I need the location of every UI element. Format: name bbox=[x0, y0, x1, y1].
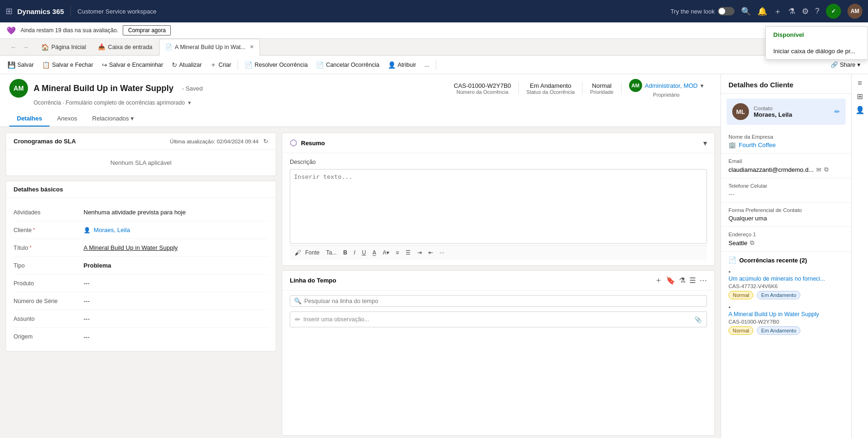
company-value[interactable]: 🏢 Fourth Coffee bbox=[728, 141, 844, 148]
occ-item-1: • Um acúmulo de minerais no forneci... C… bbox=[728, 268, 844, 299]
tab-details[interactable]: Detalhes bbox=[9, 111, 49, 127]
field-value-client[interactable]: 👤 Moraes, Leila bbox=[84, 226, 268, 233]
occ-badge-normal-1: Normal bbox=[728, 291, 753, 299]
resolve-case-button[interactable]: 📄 Resolver Ocorrência bbox=[241, 59, 311, 71]
paint-icon[interactable]: 🖌 bbox=[294, 249, 301, 256]
timeline-view-icon[interactable]: ☰ bbox=[689, 276, 696, 285]
tab-close-button[interactable]: ✕ bbox=[250, 44, 254, 50]
basic-details-title: Detalhes básicos bbox=[14, 186, 63, 193]
timeline-filter-icon[interactable]: ⚗ bbox=[679, 276, 686, 285]
record-header: AM A Mineral Build Up in Water Supply - … bbox=[0, 74, 721, 127]
outdent-button[interactable]: ⇤ bbox=[426, 248, 435, 257]
status-avatar[interactable]: ✓ bbox=[826, 4, 841, 19]
new-look-toggle[interactable] bbox=[718, 7, 735, 15]
save-route-button[interactable]: ↪ Salvar e Encaminhar bbox=[98, 59, 167, 71]
panel-grid-icon[interactable]: ⊞ bbox=[857, 92, 863, 101]
timeline-search-icon: 🔍 bbox=[294, 297, 301, 304]
address-section: Endereço 1 Seattle ⧉ bbox=[721, 227, 851, 252]
tab-attachments[interactable]: Anexos bbox=[49, 111, 84, 127]
list-button[interactable]: ≡ bbox=[393, 248, 401, 257]
dropdown-available[interactable]: Disponível bbox=[766, 27, 868, 43]
app-name: Dynamics 365 bbox=[17, 7, 64, 15]
cancel-case-button[interactable]: 📄 Cancelar Ocorrência bbox=[312, 59, 383, 71]
sla-refresh-icon[interactable]: ↻ bbox=[263, 138, 268, 145]
contact-avatar: ML bbox=[732, 103, 749, 120]
occurrences-section: 📄 Ocorrências recente (2) • Um acúmulo d… bbox=[721, 252, 851, 344]
update-button[interactable]: ↻ Atualizar bbox=[168, 59, 206, 71]
settings-icon[interactable]: ⚙ bbox=[802, 7, 809, 16]
tab-case[interactable]: 📄 A Mineral Build Up in Wat... ✕ bbox=[159, 39, 260, 56]
underline-button[interactable]: U bbox=[359, 248, 368, 257]
font-color-button[interactable]: A▾ bbox=[380, 248, 392, 257]
update-icon: ↻ bbox=[172, 61, 177, 69]
forward-arrow[interactable]: → bbox=[21, 42, 31, 52]
sla-no-applicable: Nenhum SLA aplicável bbox=[14, 155, 268, 170]
save-button[interactable]: 💾 Salvar bbox=[4, 59, 37, 71]
bold-button[interactable]: B bbox=[341, 248, 350, 257]
occ-link-1[interactable]: Um acúmulo de minerais no forneci... bbox=[728, 276, 844, 282]
italic-button[interactable]: I bbox=[351, 248, 357, 257]
company-icon: 🏢 bbox=[728, 141, 736, 148]
field-value-title: A Mineral Build Up in Water Supply bbox=[84, 244, 268, 251]
timeline-attach-icon[interactable]: 📎 bbox=[694, 316, 702, 323]
occ-link-2[interactable]: A Mineral Build Up in Water Supply bbox=[728, 311, 844, 318]
dropdown-start-dialog[interactable]: Iniciar caixa de diálogo de pr... bbox=[766, 43, 868, 59]
help-icon[interactable]: ? bbox=[815, 7, 819, 16]
font-dropdown[interactable]: Fonte bbox=[303, 248, 322, 257]
share-button[interactable]: 🔗 Share ▾ bbox=[827, 59, 864, 70]
description-textarea[interactable] bbox=[290, 169, 707, 244]
back-arrow[interactable]: ← bbox=[8, 42, 19, 52]
tab-home[interactable]: 🏠 Página Inicial bbox=[35, 39, 91, 56]
bell-icon[interactable]: 🔔 bbox=[757, 7, 767, 16]
indent-button[interactable]: ⇥ bbox=[415, 248, 424, 257]
contact-pref-value: Qualquer uma bbox=[728, 215, 844, 222]
buy-now-button[interactable]: Comprar agora bbox=[123, 25, 171, 35]
basic-details-body: Atividades Nenhuma atividade prevista pa… bbox=[6, 198, 276, 351]
timeline-obs-placeholder[interactable]: Inserir uma observação... bbox=[303, 316, 369, 323]
panel-person-icon[interactable]: 👤 bbox=[855, 106, 865, 114]
summary-chevron[interactable]: ▾ bbox=[703, 139, 707, 148]
timeline-actions: ＋ 🔖 ⚗ ☰ ⋯ bbox=[655, 276, 707, 285]
font-size-dropdown[interactable]: Ta... bbox=[324, 248, 339, 257]
create-button[interactable]: ＋ Criar bbox=[206, 59, 235, 71]
more-button[interactable]: ... bbox=[421, 60, 433, 70]
user-avatar[interactable]: AM bbox=[847, 4, 862, 19]
plus-icon[interactable]: ＋ bbox=[774, 6, 782, 17]
field-row-activities: Atividades Nenhuma atividade prevista pa… bbox=[14, 204, 268, 221]
filter-icon[interactable]: ⚗ bbox=[788, 7, 795, 16]
assign-button[interactable]: 👤 Atribuir bbox=[384, 59, 420, 71]
owner-value[interactable]: Administrator, MOD bbox=[645, 82, 698, 89]
highlight-button[interactable]: A̲ bbox=[370, 248, 378, 257]
meta-status: Em Andamento Status da Ocorrência bbox=[519, 82, 582, 95]
timeline-more-icon[interactable]: ⋯ bbox=[700, 276, 707, 285]
save-close-button[interactable]: 📋 Salvar e Fechar bbox=[38, 59, 97, 71]
resolve-icon: 📄 bbox=[245, 61, 252, 69]
timeline-bookmark-icon[interactable]: 🔖 bbox=[666, 276, 675, 285]
grid-icon[interactable]: ⊞ bbox=[6, 6, 13, 16]
address-copy-icon[interactable]: ⧉ bbox=[750, 239, 754, 247]
record-title: A Mineral Build Up in Water Supply bbox=[34, 84, 174, 93]
field-label-subject: Assunto bbox=[14, 316, 84, 322]
client-icon: 👤 bbox=[84, 227, 91, 233]
owner-chevron[interactable]: ▾ bbox=[700, 82, 704, 89]
record-body: Cronogramas do SLA Última atualização: 0… bbox=[0, 127, 721, 438]
sla-card: Cronogramas do SLA Última atualização: 0… bbox=[6, 133, 276, 176]
more-format-button[interactable]: ··· bbox=[437, 248, 447, 257]
timeline-add-icon[interactable]: ＋ bbox=[655, 276, 662, 285]
ordered-list-button[interactable]: ☰ bbox=[403, 248, 413, 257]
case-icon: 📄 bbox=[165, 43, 173, 50]
contact-edit-icon[interactable]: ✏ bbox=[834, 108, 840, 115]
description-section: Descrição 🖌 Fonte Ta... B I bbox=[282, 153, 714, 265]
email-send-icon[interactable]: ✉ bbox=[816, 166, 821, 173]
tab-related[interactable]: Relacionados ▾ bbox=[85, 111, 141, 127]
sub-chevron[interactable]: ▾ bbox=[188, 99, 191, 106]
email-copy-icon[interactable]: ⧉ bbox=[824, 166, 828, 173]
sla-card-body: Nenhum SLA aplicável bbox=[6, 150, 276, 176]
tab-inbox[interactable]: 📥 Caixa de entrada bbox=[92, 39, 158, 56]
timeline-search-input[interactable] bbox=[304, 298, 703, 304]
search-icon[interactable]: 🔍 bbox=[741, 7, 751, 16]
home-icon: 🏠 bbox=[41, 43, 49, 51]
panel-list-icon[interactable]: ≡ bbox=[858, 79, 862, 87]
sla-header-right: Última atualização: 02/04/2024 09:44 ↻ bbox=[170, 138, 268, 145]
contact-pref-label: Forma Preferencial de Contato bbox=[728, 207, 844, 213]
